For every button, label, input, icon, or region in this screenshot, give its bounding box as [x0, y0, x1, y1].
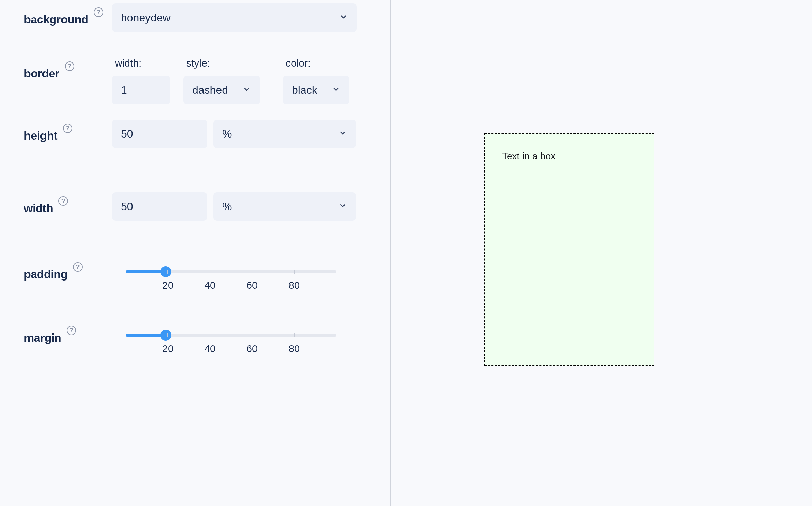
margin-slider[interactable]: [126, 334, 336, 337]
width-input[interactable]: [112, 192, 207, 221]
help-icon[interactable]: ?: [58, 196, 68, 206]
height-label: height: [24, 129, 57, 142]
width-unit-select[interactable]: %: [213, 192, 356, 221]
tick-label: 80: [289, 343, 300, 355]
border-width-sublabel: width:: [112, 57, 170, 69]
help-icon[interactable]: ?: [94, 7, 103, 17]
border-row: border ? width: style: dashed: [24, 57, 367, 104]
width-row: width ? %: [24, 192, 367, 221]
background-select-value: honeydew: [121, 12, 171, 24]
tick-label: 40: [205, 343, 215, 355]
border-style-sublabel: style:: [183, 57, 260, 69]
padding-slider-fill: [126, 270, 166, 273]
height-unit-value: %: [222, 128, 232, 140]
border-color-sublabel: color:: [283, 57, 349, 69]
tick-label: 60: [247, 280, 258, 291]
tick-label: 20: [162, 280, 173, 291]
width-unit-value: %: [222, 200, 232, 213]
help-icon[interactable]: ?: [73, 262, 83, 272]
background-select[interactable]: honeydew: [112, 3, 357, 32]
border-label: border: [24, 67, 59, 80]
border-style-select[interactable]: dashed: [183, 76, 260, 104]
margin-label: margin: [24, 331, 61, 344]
tick-label: 80: [289, 280, 300, 291]
border-width-value[interactable]: [121, 84, 161, 96]
background-row: background ? honeydew: [24, 3, 367, 32]
width-label: width: [24, 202, 53, 215]
preview-text: Text in a box: [502, 151, 555, 161]
padding-slider-thumb[interactable]: [160, 266, 171, 277]
margin-row: margin ? 20 40 60 80: [24, 322, 367, 344]
border-width-input[interactable]: [112, 76, 170, 104]
border-color-value: black: [292, 84, 317, 96]
controls-panel: background ? honeydew border ? width: [0, 0, 391, 506]
tick-label: 60: [247, 343, 258, 355]
chevron-down-icon: [242, 84, 251, 96]
height-row: height ? %: [24, 120, 367, 148]
border-style-value: dashed: [192, 84, 228, 96]
height-input[interactable]: [112, 120, 207, 148]
height-value[interactable]: [121, 128, 198, 140]
chevron-down-icon: [338, 200, 347, 213]
padding-row: padding ? 20 40 60 80: [24, 258, 367, 281]
help-icon[interactable]: ?: [65, 61, 74, 71]
margin-slider-fill: [126, 334, 166, 337]
chevron-down-icon: [338, 128, 347, 140]
background-label: background: [24, 13, 88, 26]
padding-label: padding: [24, 268, 68, 281]
height-unit-select[interactable]: %: [213, 120, 356, 148]
border-color-select[interactable]: black: [283, 76, 349, 104]
preview-panel: Text in a box: [391, 0, 812, 506]
tick-label: 20: [162, 343, 173, 355]
help-icon[interactable]: ?: [63, 124, 72, 133]
help-icon[interactable]: ?: [67, 326, 76, 335]
width-value[interactable]: [121, 200, 198, 213]
margin-slider-thumb[interactable]: [160, 330, 171, 341]
tick-label: 40: [205, 280, 215, 291]
preview-box: Text in a box: [484, 133, 654, 366]
chevron-down-icon: [332, 84, 340, 96]
chevron-down-icon: [339, 12, 348, 24]
padding-slider[interactable]: [126, 270, 336, 273]
